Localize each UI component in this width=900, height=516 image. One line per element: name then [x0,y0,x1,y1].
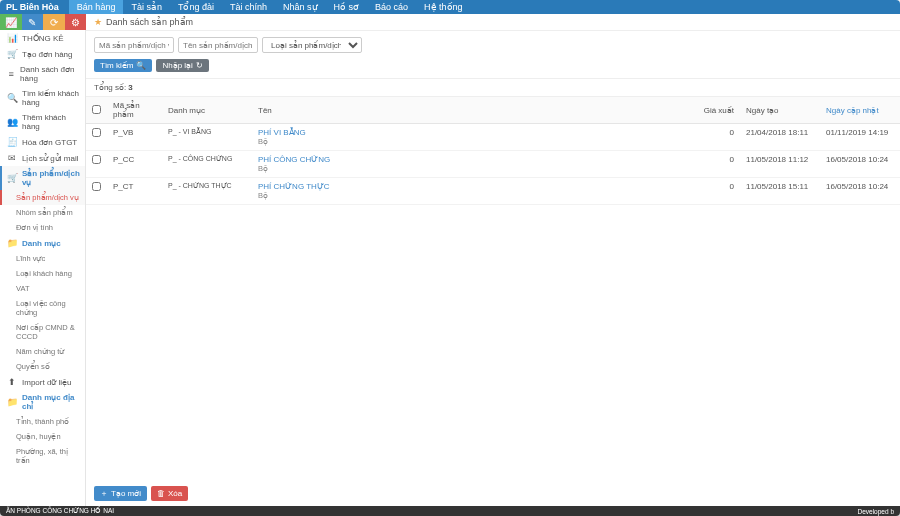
row-checkbox[interactable] [92,155,101,164]
sidebar-geo-sub-2[interactable]: Phường, xã, thị trấn [0,444,85,468]
page-title: Danh sách sản phẩm [106,17,193,27]
row-cat: P_ - CHỨNG THỰC [162,178,252,205]
topnav-7[interactable]: Hệ thống [416,0,471,14]
sidebar-item-icon: 🔍 [7,93,17,103]
row-price: 0 [690,151,740,178]
sidebar-products[interactable]: 🛒 Sản phẩm/dịch vụ [0,166,85,190]
col-created: Ngày tạo [740,97,820,124]
row-name-link[interactable]: PHÍ CHỨNG THỰC [258,182,330,191]
sidebar-item-5[interactable]: ✉Lịch sử gửi mail [0,150,85,166]
sidebar-products-label: Sản phẩm/dịch vụ [22,169,80,187]
row-price: 0 [690,178,740,205]
sidebar-item-3[interactable]: 👥Thêm khách hàng [0,110,85,134]
sidebar-catalog-sub-0[interactable]: Lĩnh vực [0,251,85,266]
col-name: Tên [252,97,690,124]
sidebar-stats[interactable]: 📊 THỐNG KÊ [0,30,85,46]
sidebar-item-1[interactable]: ≡Danh sách đơn hàng [0,62,85,86]
filter-name-input[interactable] [178,37,258,53]
topnav-5[interactable]: Hồ sơ [326,0,368,14]
toolbar-action-button[interactable]: ⚙ [65,14,87,30]
col-price: Giá xuất [690,97,740,124]
row-unit: Bộ [258,137,268,146]
brand: PL Biên Hòa [6,2,59,12]
trash-icon: 🗑 [157,489,165,498]
filter-type-select[interactable]: Loại sản phẩm/dịch vụ [262,37,362,53]
row-unit: Bộ [258,191,268,200]
topnav-4[interactable]: Nhân sự [275,0,326,14]
sidebar-geo-sub-0[interactable]: Tỉnh, thành phố [0,414,85,429]
add-button[interactable]: ＋ Tạo mới [94,486,147,501]
refresh-icon: ↻ [196,61,203,70]
topnav-0[interactable]: Bán hàng [69,0,124,14]
sidebar-item-2[interactable]: 🔍Tìm kiếm khách hàng [0,86,85,110]
row-cat: P_ - CÔNG CHỨNG [162,151,252,178]
cart-icon: 🛒 [7,173,17,183]
sidebar-product-sub-2[interactable]: Đơn vị tính [0,220,85,235]
stats-icon: 📊 [7,33,17,43]
sidebar-import-label: Import dữ liệu [22,378,72,387]
sidebar-catalog-sub-2[interactable]: VAT [0,281,85,296]
row-name-link[interactable]: PHÍ CÔNG CHỨNG [258,155,330,164]
footer-left: ĂN PHÒNG CÔNG CHỨNG HỐ NAI [6,507,114,515]
upload-icon: ⬆ [7,377,17,387]
row-updated: 16/05/2018 10:24 [820,151,900,178]
search-button-label: Tìm kiếm [100,61,133,70]
topnav-6[interactable]: Báo cáo [367,0,416,14]
row-created: 21/04/2018 18:11 [740,124,820,151]
row-price: 0 [690,124,740,151]
topnav-1[interactable]: Tài sản [123,0,170,14]
sidebar-item-4[interactable]: 🧾Hóa đơn GTGT [0,134,85,150]
add-button-label: Tạo mới [111,489,141,498]
sidebar-product-sub-0[interactable]: Sản phẩm/dịch vụ [0,190,85,205]
sidebar-catalog-label: Danh mục [22,239,61,248]
sidebar-import[interactable]: ⬆ Import dữ liệu [0,374,85,390]
row-checkbox[interactable] [92,128,101,137]
col-updated[interactable]: Ngày cập nhật [820,97,900,124]
sidebar-catalog-sub-6[interactable]: Quyển số [0,359,85,374]
search-button[interactable]: Tìm kiếm 🔍 [94,59,152,72]
sidebar-item-label: Thêm khách hàng [22,113,80,131]
row-checkbox[interactable] [92,182,101,191]
toolbar-edit-button[interactable]: ✎ [22,14,44,30]
toolbar-chart-button[interactable]: 📈 [0,14,22,30]
filter-code-input[interactable] [94,37,174,53]
delete-button[interactable]: 🗑 Xóa [151,486,188,501]
reset-button-label: Nhập lại [162,61,192,70]
sidebar-catalog-sub-1[interactable]: Loại khách hàng [0,266,85,281]
row-updated: 01/11/2019 14:19 [820,124,900,151]
col-cat: Danh mục [162,97,252,124]
topnav-2[interactable]: Tổng đài [170,0,222,14]
row-unit: Bộ [258,164,268,173]
sidebar-item-icon: 👥 [7,117,17,127]
select-all-checkbox[interactable] [92,105,101,114]
row-updated: 16/05/2018 10:24 [820,178,900,205]
sidebar-item-label: Hóa đơn GTGT [22,138,77,147]
sidebar-catalog-sub-3[interactable]: Loại việc công chứng [0,296,85,320]
sidebar-item-label: Danh sách đơn hàng [20,65,80,83]
sidebar-geo-sub-1[interactable]: Quận, huyện [0,429,85,444]
sidebar-geo[interactable]: 📁 Danh mục địa chỉ [0,390,85,414]
row-created: 11/05/2018 11:12 [740,151,820,178]
row-name-link[interactable]: PHÍ VI BẰNG [258,128,306,137]
reset-button[interactable]: Nhập lại ↻ [156,59,208,72]
toolbar-refresh-button[interactable]: ⟳ [43,14,65,30]
sidebar-item-icon: ≡ [7,69,15,79]
sidebar-stats-label: THỐNG KÊ [22,34,64,43]
table-row: P_CCP_ - CÔNG CHỨNGPHÍ CÔNG CHỨNGBộ011/0… [86,151,900,178]
sidebar-item-label: Tạo đơn hàng [22,50,72,59]
sidebar-catalog-sub-5[interactable]: Năm chứng từ [0,344,85,359]
sidebar-product-sub-1[interactable]: Nhóm sản phẩm [0,205,85,220]
topnav-3[interactable]: Tài chính [222,0,275,14]
sidebar-catalog[interactable]: 📁 Danh mục [0,235,85,251]
sidebar-item-0[interactable]: 🛒Tạo đơn hàng [0,46,85,62]
col-code: Mã sản phẩm [107,97,162,124]
plus-icon: ＋ [100,488,108,499]
folder-icon: 📁 [7,397,17,407]
sidebar-catalog-sub-4[interactable]: Nơi cấp CMND & CCCD [0,320,85,344]
sidebar-item-label: Tìm kiếm khách hàng [22,89,80,107]
table-row: P_CTP_ - CHỨNG THỰCPHÍ CHỨNG THỰCBộ011/0… [86,178,900,205]
sidebar-geo-label: Danh mục địa chỉ [22,393,80,411]
sidebar-item-icon: ✉ [7,153,17,163]
total-label: Tổng số: [94,83,126,92]
footer-right: Developed b [858,508,895,515]
